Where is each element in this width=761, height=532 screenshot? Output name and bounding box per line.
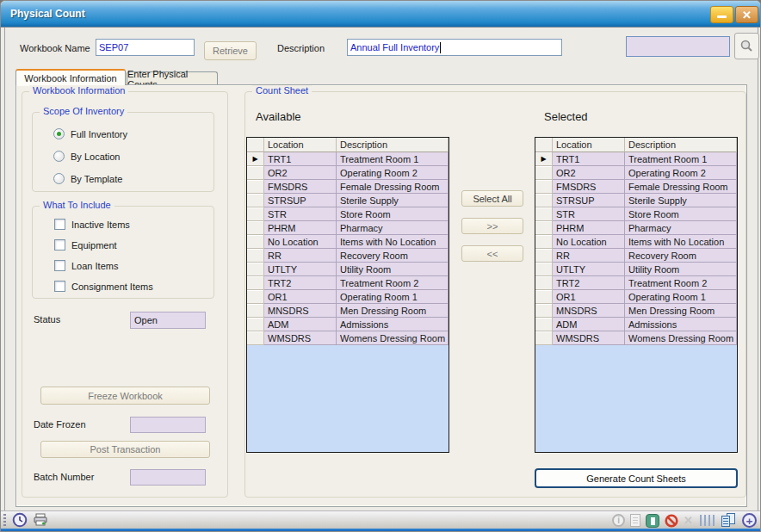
row-selector[interactable] xyxy=(535,318,553,331)
checkbox-equipment[interactable]: Equipment xyxy=(54,239,117,251)
title-bar[interactable]: Physical Count ✕ xyxy=(1,1,761,28)
table-row[interactable]: TRT2Treatment Room 2 xyxy=(535,276,737,290)
table-row[interactable]: MNSDRSMen Dressing Room xyxy=(535,304,737,318)
clock-icon[interactable] xyxy=(12,512,28,528)
checkbox-inactive-items[interactable]: Inactive Items xyxy=(54,219,130,230)
row-selector[interactable] xyxy=(535,276,553,290)
table-row[interactable]: PHRMPharmacy xyxy=(247,221,449,235)
table-row[interactable]: RRRecovery Room xyxy=(535,249,737,263)
table-row[interactable]: UTLTYUtility Room xyxy=(247,263,449,276)
checkbox-consignment-items[interactable]: Consignment Items xyxy=(54,281,153,292)
table-row[interactable]: OR1Operating Room 1 xyxy=(535,290,737,304)
freeze-workbook-button[interactable]: Freeze Workbook xyxy=(40,387,210,405)
radio-selected-icon[interactable] xyxy=(53,128,65,139)
table-row[interactable]: RRRecovery Room xyxy=(247,249,449,263)
row-selector[interactable] xyxy=(535,235,553,249)
copy-icon[interactable] xyxy=(721,513,737,528)
row-selector[interactable] xyxy=(535,290,553,304)
row-selector[interactable] xyxy=(535,166,553,180)
radio-icon[interactable] xyxy=(53,151,65,162)
row-selector[interactable]: ▶ xyxy=(247,152,264,166)
description-column-header[interactable]: Description xyxy=(337,138,449,152)
tab-workbook-information[interactable]: Workbook Information xyxy=(15,69,126,85)
radio-by-template[interactable]: By Template xyxy=(53,173,122,184)
table-row[interactable]: FMSDRSFemale Dressing Room xyxy=(247,180,449,194)
table-row[interactable]: STRSUPSterile Supply xyxy=(535,194,737,207)
table-row[interactable]: WMSDRSWomens Dressing Room xyxy=(535,331,737,345)
row-selector[interactable] xyxy=(535,207,553,221)
row-selector[interactable] xyxy=(535,331,553,345)
table-row[interactable]: PHRMPharmacy xyxy=(535,221,737,235)
table-row[interactable]: ADMAdmissions xyxy=(247,318,449,331)
table-row[interactable]: ▶TRT1Treatment Room 1 xyxy=(535,152,737,166)
table-row[interactable]: STRSUPSterile Supply xyxy=(247,194,449,207)
row-selector[interactable] xyxy=(535,263,553,276)
info-icon[interactable]: i xyxy=(612,514,625,527)
description-input[interactable]: Annual Full Inventory xyxy=(347,39,562,56)
search-button[interactable] xyxy=(734,33,759,59)
row-selector[interactable] xyxy=(247,331,264,345)
cancel-icon[interactable] xyxy=(665,514,678,528)
location-column-header[interactable]: Location xyxy=(553,138,625,152)
move-left-button[interactable]: << xyxy=(461,245,523,262)
save-icon[interactable] xyxy=(646,514,659,528)
row-selector[interactable] xyxy=(535,249,553,263)
row-selector[interactable] xyxy=(247,276,264,290)
toolbar-grip-handle[interactable] xyxy=(3,514,6,527)
row-selector[interactable] xyxy=(535,194,553,207)
row-selector[interactable] xyxy=(247,194,264,207)
table-row[interactable]: OR2Operating Room 2 xyxy=(247,166,449,180)
print-icon[interactable] xyxy=(33,513,48,527)
delete-icon[interactable]: ✕ xyxy=(684,514,693,527)
row-selector[interactable] xyxy=(247,318,264,331)
add-icon[interactable]: ＋ xyxy=(742,513,757,528)
checkbox-loan-items[interactable]: Loan Items xyxy=(54,260,118,271)
lookup-field[interactable] xyxy=(626,36,730,57)
row-selector[interactable] xyxy=(247,166,264,180)
retrieve-button[interactable]: Retrieve xyxy=(204,41,257,60)
row-selector[interactable] xyxy=(535,221,553,235)
row-selector[interactable] xyxy=(247,221,264,235)
tab-enter-physical-counts[interactable]: Enter Physical Counts xyxy=(127,71,218,85)
table-row[interactable]: MNSDRSMen Dressing Room xyxy=(247,304,449,318)
table-row[interactable]: No LocationItems with No Location xyxy=(535,235,737,249)
document-icon[interactable] xyxy=(630,514,640,527)
table-row[interactable]: UTLTYUtility Room xyxy=(535,263,737,276)
available-grid[interactable]: Location Description ▶TRT1Treatment Room… xyxy=(246,137,449,453)
checkbox-icon[interactable] xyxy=(54,281,65,292)
table-row[interactable]: OR2Operating Room 2 xyxy=(535,166,737,180)
location-column-header[interactable]: Location xyxy=(264,138,337,152)
table-row[interactable]: ADMAdmissions xyxy=(535,318,737,331)
row-selector[interactable] xyxy=(247,304,264,318)
selected-grid[interactable]: Location Description ▶TRT1Treatment Room… xyxy=(535,137,738,453)
row-selector[interactable] xyxy=(247,249,264,263)
minimize-button[interactable] xyxy=(710,6,733,23)
table-row[interactable]: TRT2Treatment Room 2 xyxy=(247,276,449,290)
post-transaction-button[interactable]: Post Transaction xyxy=(40,441,210,458)
row-selector[interactable] xyxy=(535,304,553,318)
table-row[interactable]: ▶TRT1Treatment Room 1 xyxy=(247,152,449,166)
generate-count-sheets-button[interactable]: Generate Count Sheets xyxy=(535,468,738,488)
workbook-name-input[interactable] xyxy=(96,39,195,56)
checkbox-icon[interactable] xyxy=(54,239,65,251)
row-selector[interactable]: ▶ xyxy=(535,152,553,166)
row-selector[interactable] xyxy=(247,235,264,249)
close-button[interactable]: ✕ xyxy=(735,6,758,23)
table-row[interactable]: STRStore Room xyxy=(535,207,737,221)
row-selector[interactable] xyxy=(247,180,264,194)
row-selector[interactable] xyxy=(247,207,264,221)
table-row[interactable]: WMSDRSWomens Dressing Room xyxy=(247,331,449,345)
table-row[interactable]: OR1Operating Room 1 xyxy=(247,290,449,304)
move-right-button[interactable]: >> xyxy=(461,218,523,234)
radio-icon[interactable] xyxy=(53,173,65,184)
checkbox-icon[interactable] xyxy=(54,260,65,271)
row-selector[interactable] xyxy=(247,263,264,276)
table-row[interactable]: No LocationItems with No Location xyxy=(247,235,449,249)
row-selector[interactable] xyxy=(535,180,553,194)
select-all-button[interactable]: Select All xyxy=(461,190,523,207)
row-selector[interactable] xyxy=(247,290,264,304)
radio-full-inventory[interactable]: Full Inventory xyxy=(53,128,127,139)
table-row[interactable]: STRStore Room xyxy=(247,207,449,221)
checkbox-icon[interactable] xyxy=(54,219,65,230)
description-column-header[interactable]: Description xyxy=(625,138,737,152)
